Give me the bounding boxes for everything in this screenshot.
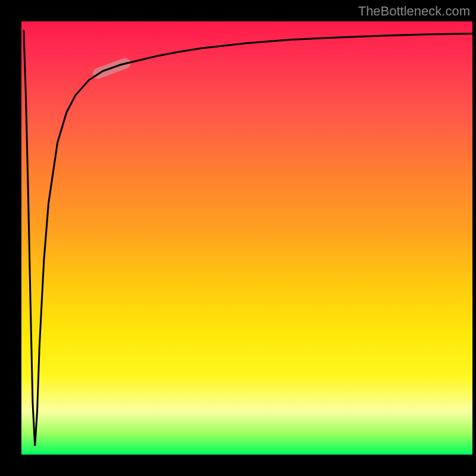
watermark-text: TheBottleneck.com — [358, 4, 470, 19]
chart-svg — [21, 21, 472, 455]
plot-area — [21, 21, 472, 455]
bottleneck-curve-line — [24, 30, 472, 446]
